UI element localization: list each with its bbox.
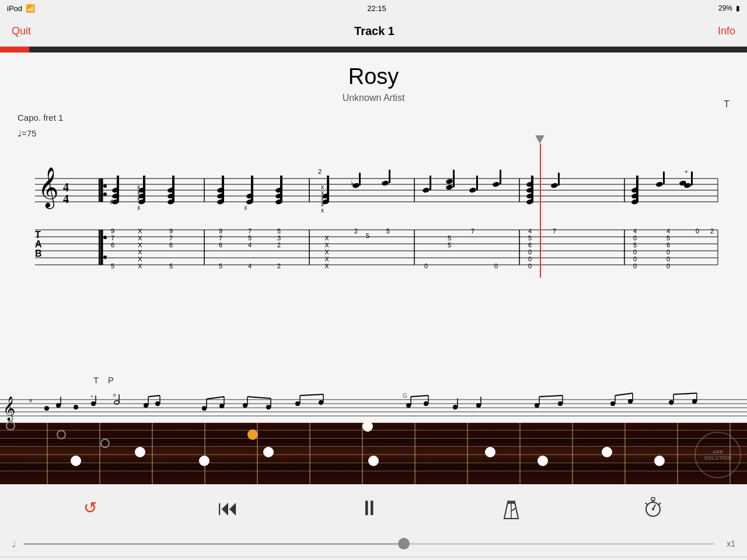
svg-text:5: 5 bbox=[528, 235, 532, 242]
svg-text:5: 5 bbox=[448, 242, 451, 249]
svg-text:7: 7 bbox=[248, 228, 252, 235]
svg-point-215 bbox=[558, 401, 563, 406]
fret-line bbox=[362, 423, 363, 484]
quit-button[interactable]: Quit bbox=[12, 25, 31, 37]
svg-text:7: 7 bbox=[471, 228, 474, 235]
active-note-dot bbox=[247, 429, 258, 440]
wifi-icon: 📶 bbox=[26, 4, 35, 13]
svg-point-214 bbox=[535, 403, 539, 408]
note-dot-open bbox=[6, 421, 15, 430]
svg-text:X: X bbox=[324, 249, 329, 256]
svg-rect-67 bbox=[476, 176, 478, 190]
svg-point-190 bbox=[219, 404, 224, 408]
fret-line bbox=[572, 423, 573, 484]
tuner-button[interactable] bbox=[643, 496, 664, 520]
svg-text:♭: ♭ bbox=[351, 179, 354, 187]
svg-point-175 bbox=[56, 403, 61, 408]
svg-text:0: 0 bbox=[666, 262, 670, 270]
svg-text:0: 0 bbox=[528, 249, 532, 256]
pause-button[interactable]: ⏸ bbox=[359, 496, 380, 520]
svg-text:6: 6 bbox=[169, 242, 173, 249]
svg-text:x: x bbox=[137, 195, 140, 202]
tab-bar: Tracks Chords Settings bbox=[0, 556, 747, 560]
speed-slider[interactable] bbox=[23, 543, 715, 545]
svg-rect-62 bbox=[430, 176, 431, 190]
fret-line bbox=[309, 423, 310, 484]
svg-point-63 bbox=[445, 184, 453, 191]
svg-text:0: 0 bbox=[633, 256, 637, 262]
metronome-button[interactable] bbox=[501, 496, 522, 520]
skip-back-button[interactable]: ⏮ bbox=[218, 496, 239, 520]
svg-text:7: 7 bbox=[169, 235, 173, 242]
string-line bbox=[0, 454, 747, 455]
svg-text:X: X bbox=[138, 228, 142, 235]
svg-text:7: 7 bbox=[553, 228, 556, 235]
status-time: 22:15 bbox=[367, 4, 386, 13]
fret-line bbox=[467, 423, 468, 484]
svg-text:5: 5 bbox=[169, 262, 173, 270]
note-dot-white bbox=[263, 447, 274, 457]
svg-text:0: 0 bbox=[424, 262, 428, 270]
svg-text:2: 2 bbox=[318, 168, 322, 175]
slider-fill bbox=[23, 543, 404, 545]
svg-rect-57 bbox=[359, 173, 361, 186]
battery-percent: 29% bbox=[718, 4, 732, 12]
svg-text:0: 0 bbox=[528, 256, 532, 262]
svg-text:6: 6 bbox=[666, 242, 670, 249]
fret-line bbox=[99, 423, 100, 484]
fretboard-area: 𝄞 # + 0 bbox=[0, 391, 747, 484]
svg-point-225 bbox=[692, 399, 697, 404]
svg-text:4: 4 bbox=[248, 262, 252, 270]
svg-text:5: 5 bbox=[633, 242, 637, 249]
svg-point-98 bbox=[103, 236, 107, 239]
fret-line bbox=[729, 423, 731, 484]
svg-text:X: X bbox=[138, 242, 142, 249]
svg-point-219 bbox=[610, 401, 615, 406]
fret-line bbox=[47, 423, 48, 484]
note-dot-open bbox=[100, 439, 110, 448]
svg-text:+: + bbox=[685, 169, 688, 175]
svg-text:G: G bbox=[403, 393, 407, 399]
svg-point-68 bbox=[492, 181, 500, 188]
song-artist: Unknown Artist bbox=[18, 93, 729, 103]
svg-text:6: 6 bbox=[528, 242, 532, 249]
song-title: Rosy bbox=[18, 64, 729, 89]
svg-text:9: 9 bbox=[219, 228, 222, 235]
svg-text:♯: ♯ bbox=[244, 204, 247, 212]
svg-text:A: A bbox=[35, 239, 42, 249]
svg-text:5: 5 bbox=[248, 235, 252, 242]
svg-point-200 bbox=[319, 400, 323, 405]
info-button[interactable]: Info bbox=[718, 25, 735, 37]
mini-score: 𝄞 # + 0 bbox=[0, 391, 747, 423]
loop-button[interactable]: ↺ bbox=[83, 498, 97, 517]
svg-text:2: 2 bbox=[277, 242, 281, 249]
tp-annotation: T P bbox=[93, 375, 117, 385]
progress-bar[interactable] bbox=[0, 47, 747, 52]
svg-text:5: 5 bbox=[666, 235, 670, 242]
tuner-icon bbox=[643, 496, 664, 520]
note-dot-white bbox=[537, 456, 548, 466]
string-line bbox=[0, 438, 747, 439]
fret-line bbox=[152, 423, 153, 484]
svg-rect-85 bbox=[691, 172, 693, 186]
svg-text:2: 2 bbox=[354, 228, 358, 235]
svg-text:4: 4 bbox=[63, 192, 69, 205]
svg-text:𝄞: 𝄞 bbox=[38, 167, 58, 209]
svg-text:0: 0 bbox=[633, 249, 637, 256]
status-bar: iPod 📶 22:15 29% ▮ bbox=[0, 0, 747, 16]
svg-text:0: 0 bbox=[113, 393, 116, 398]
svg-text:0: 0 bbox=[633, 262, 637, 270]
svg-text:#: # bbox=[29, 398, 32, 404]
svg-point-210 bbox=[453, 405, 458, 410]
svg-text:6: 6 bbox=[219, 242, 222, 249]
note-dot-white bbox=[199, 456, 210, 466]
slider-thumb[interactable] bbox=[398, 538, 410, 550]
svg-text:X: X bbox=[324, 256, 329, 262]
fret-line bbox=[204, 423, 205, 484]
svg-text:X: X bbox=[324, 242, 329, 249]
svg-text:2: 2 bbox=[710, 228, 714, 235]
progress-fill bbox=[0, 47, 29, 52]
guitar-fretboard[interactable]: APP SOLUTION bbox=[0, 423, 747, 484]
t-marker: T bbox=[724, 99, 729, 110]
svg-point-178 bbox=[91, 401, 96, 406]
